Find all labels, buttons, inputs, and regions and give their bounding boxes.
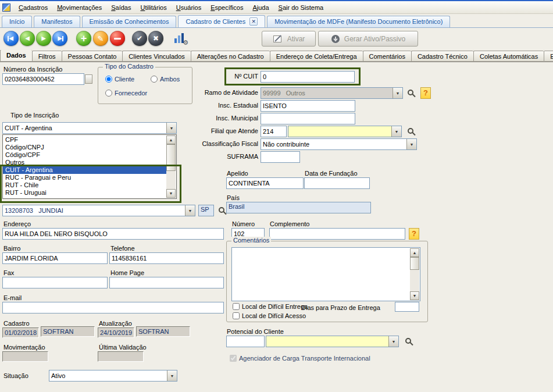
chevron-down-icon[interactable]	[393, 88, 402, 98]
dropdown-option[interactable]: CPF	[3, 136, 166, 144]
potencial-select[interactable]	[266, 336, 399, 347]
inscricao-lookup-button[interactable]	[85, 74, 92, 84]
radio-ambos[interactable]: Ambos	[151, 76, 180, 83]
dropdown-option[interactable]: Outros	[3, 159, 166, 166]
menu-item-usuarios[interactable]: Usuários	[172, 3, 206, 12]
pais-field[interactable]: Brasil	[226, 202, 371, 213]
chevron-down-icon[interactable]	[406, 139, 416, 149]
telefone-field[interactable]	[109, 252, 224, 264]
chevron-down-icon[interactable]	[185, 205, 195, 216]
uf-field[interactable]: SP	[198, 205, 214, 216]
email-field[interactable]	[2, 302, 224, 313]
dropdown-option[interactable]: RUC - Paraguai e Peru	[3, 174, 166, 181]
ativar-button[interactable]: Ativar	[262, 31, 316, 47]
subtab-pessoas-contato[interactable]: Pessoas Contato	[62, 51, 123, 62]
comentarios-scrollbar[interactable]	[410, 248, 419, 300]
search-icon[interactable]	[219, 207, 224, 213]
comentarios-textarea[interactable]	[231, 247, 420, 301]
search-icon[interactable]	[405, 338, 411, 344]
gear-icon: ⚙	[183, 39, 188, 47]
scroll-down-icon[interactable]	[410, 291, 419, 300]
subtab-alteracoes-cadastro[interactable]: Alterações no Cadastro	[191, 51, 270, 62]
chart-settings-button[interactable]: ⚙	[173, 33, 187, 45]
dificil-entrega-checkbox[interactable]: Local de Difícil Entrega	[233, 303, 308, 310]
home-page-field[interactable]	[109, 277, 224, 288]
apelido-field[interactable]	[226, 177, 304, 189]
menu-item-cadastros[interactable]: Cadastros	[14, 3, 52, 12]
municipio-select[interactable]: 13208703 JUNDIAI	[2, 205, 195, 216]
nav-prev-button[interactable]: ◀	[20, 31, 35, 46]
endereco-field[interactable]	[2, 228, 224, 240]
chevron-down-icon[interactable]	[388, 336, 398, 347]
subtab-endereco-coleta-entrega[interactable]: Endereço de Coleta/Entrega	[270, 51, 363, 62]
menu-item-utilitarios[interactable]: Utilitários	[135, 3, 171, 12]
help-icon[interactable]: ?	[420, 87, 431, 99]
scroll-up-icon[interactable]	[410, 248, 419, 257]
subtab-clientes-vinculados[interactable]: Clientes Vinculados	[122, 51, 190, 62]
radio-cliente[interactable]: Cliente	[105, 76, 134, 83]
scrollbar-thumb[interactable]	[166, 144, 176, 171]
potencial-code-field[interactable]	[226, 336, 265, 347]
scrollbar-thumb[interactable]	[410, 257, 419, 270]
dropdown-option-selected[interactable]: CUIT - Argentina	[3, 166, 166, 174]
help-icon[interactable]: ?	[409, 228, 419, 240]
gerar-ativo-passivo-button[interactable]: Gerar Ativo/Passivo	[318, 31, 418, 47]
menu-item-ajuda[interactable]: Ajuda	[248, 3, 273, 12]
complemento-field[interactable]	[269, 228, 405, 240]
chevron-down-icon[interactable]	[166, 123, 176, 133]
tab-manifestos[interactable]: Manifestos	[34, 16, 80, 27]
dropdown-option[interactable]: Código/CPF	[3, 151, 166, 159]
classificacao-fiscal-select[interactable]: Não contribuinte	[261, 138, 417, 150]
ramo-atividade-select[interactable]: 99999 Outros	[261, 87, 403, 99]
dropdown-scrollbar[interactable]	[166, 136, 176, 198]
tab-emissao-conhecimentos[interactable]: Emissão de Conhecimentos	[82, 16, 177, 27]
menu-item-movimentacoes[interactable]: Movimentações	[52, 3, 106, 12]
bairro-field[interactable]	[2, 252, 108, 264]
scroll-up-icon[interactable]	[166, 136, 176, 144]
filial-code-field[interactable]	[261, 126, 287, 137]
tab-movimentacao-mdfe[interactable]: Movimentação de MDFe (Manifesto Document…	[267, 16, 450, 27]
filial-select[interactable]	[288, 126, 402, 137]
situacao-select[interactable]: Ativo	[49, 370, 177, 382]
radio-fornecedor[interactable]: Fornecedor	[105, 90, 147, 97]
subtab-cadastro-tecnico[interactable]: Cadastro Técnico	[411, 51, 473, 62]
delete-button[interactable]	[110, 31, 125, 46]
dropdown-option[interactable]: RUT - Chile	[3, 181, 166, 189]
menu-item-especificos[interactable]: Específicos	[206, 3, 248, 12]
subtab-endereco-cobranca[interactable]: Endereço de C	[544, 51, 553, 62]
data-fundacao-field[interactable]	[304, 177, 370, 189]
close-icon[interactable]: ✕	[249, 17, 258, 26]
scroll-down-icon[interactable]	[166, 189, 176, 198]
suframa-field[interactable]	[261, 151, 300, 163]
tipo-inscricao-select[interactable]: CUIT - Argentina	[2, 122, 177, 134]
cancel-button[interactable]: ✖	[148, 31, 163, 46]
nav-first-button[interactable]: ◀	[3, 31, 19, 46]
insc-estadual-field[interactable]	[261, 100, 355, 112]
tab-cadastro-clientes[interactable]: Cadastro de Clientes ✕	[178, 15, 265, 27]
menu-item-sair[interactable]: Sair do Sistema	[274, 3, 329, 12]
fax-field[interactable]	[2, 277, 108, 288]
search-icon[interactable]	[408, 90, 413, 95]
menu-item-saidas[interactable]: Saídas	[106, 3, 135, 12]
dias-prazo-field[interactable]	[395, 302, 419, 312]
dificil-acesso-checkbox[interactable]: Local de Difícil Acesso	[233, 312, 306, 319]
subtab-dados[interactable]: Dados	[0, 50, 32, 62]
agenciador-checkbox[interactable]: Agenciador de Carga Transporte Internaci…	[230, 355, 370, 362]
cuit-field[interactable]	[261, 71, 355, 83]
chevron-down-icon[interactable]	[167, 370, 177, 381]
dropdown-option[interactable]: Código/CNPJ	[3, 144, 166, 151]
dropdown-option[interactable]: RUT - Uruguai	[3, 189, 166, 197]
chevron-down-icon[interactable]	[391, 126, 401, 137]
numero-inscricao-field[interactable]	[2, 73, 84, 85]
subtab-coletas-automaticas[interactable]: Coletas Automáticas	[473, 51, 544, 62]
confirm-button[interactable]: ✔	[132, 31, 147, 46]
nav-last-button[interactable]: ▶	[52, 31, 67, 46]
subtab-filtros[interactable]: Filtros	[32, 51, 62, 62]
edit-button[interactable]: ✎	[93, 31, 108, 46]
add-button[interactable]: +	[76, 31, 91, 46]
subtab-comentarios[interactable]: Comentários	[363, 51, 411, 62]
insc-municipal-field[interactable]	[261, 113, 355, 124]
search-icon[interactable]	[408, 128, 413, 134]
nav-next-button[interactable]: ▶	[36, 31, 51, 46]
tab-inicio[interactable]: Início	[2, 16, 32, 27]
